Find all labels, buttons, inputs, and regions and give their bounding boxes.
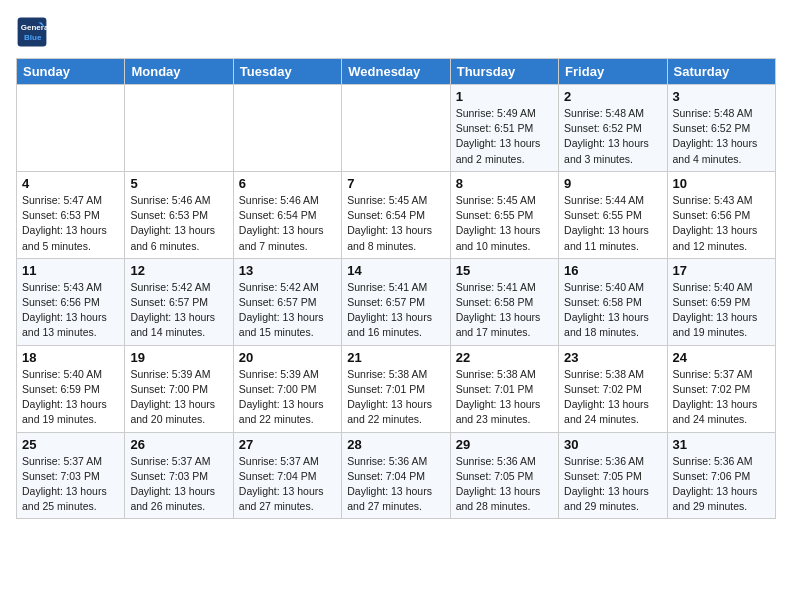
calendar-cell: 12Sunrise: 5:42 AM Sunset: 6:57 PM Dayli… <box>125 258 233 345</box>
weekday-header-saturday: Saturday <box>667 59 775 85</box>
day-info: Sunrise: 5:36 AM Sunset: 7:05 PM Dayligh… <box>456 454 553 515</box>
calendar-cell: 5Sunrise: 5:46 AM Sunset: 6:53 PM Daylig… <box>125 171 233 258</box>
calendar-cell: 25Sunrise: 5:37 AM Sunset: 7:03 PM Dayli… <box>17 432 125 519</box>
weekday-header-tuesday: Tuesday <box>233 59 341 85</box>
day-number: 24 <box>673 350 770 365</box>
day-number: 23 <box>564 350 661 365</box>
day-info: Sunrise: 5:38 AM Sunset: 7:01 PM Dayligh… <box>456 367 553 428</box>
calendar-cell: 24Sunrise: 5:37 AM Sunset: 7:02 PM Dayli… <box>667 345 775 432</box>
calendar-week-3: 11Sunrise: 5:43 AM Sunset: 6:56 PM Dayli… <box>17 258 776 345</box>
day-number: 28 <box>347 437 444 452</box>
page-header: General Blue <box>16 16 776 48</box>
day-info: Sunrise: 5:45 AM Sunset: 6:55 PM Dayligh… <box>456 193 553 254</box>
calendar-cell: 14Sunrise: 5:41 AM Sunset: 6:57 PM Dayli… <box>342 258 450 345</box>
calendar-cell: 7Sunrise: 5:45 AM Sunset: 6:54 PM Daylig… <box>342 171 450 258</box>
day-number: 27 <box>239 437 336 452</box>
calendar-cell <box>125 85 233 172</box>
calendar-cell: 22Sunrise: 5:38 AM Sunset: 7:01 PM Dayli… <box>450 345 558 432</box>
day-number: 12 <box>130 263 227 278</box>
day-info: Sunrise: 5:44 AM Sunset: 6:55 PM Dayligh… <box>564 193 661 254</box>
day-info: Sunrise: 5:40 AM Sunset: 6:59 PM Dayligh… <box>673 280 770 341</box>
day-number: 17 <box>673 263 770 278</box>
calendar-cell: 3Sunrise: 5:48 AM Sunset: 6:52 PM Daylig… <box>667 85 775 172</box>
day-number: 5 <box>130 176 227 191</box>
calendar-week-5: 25Sunrise: 5:37 AM Sunset: 7:03 PM Dayli… <box>17 432 776 519</box>
calendar-cell: 18Sunrise: 5:40 AM Sunset: 6:59 PM Dayli… <box>17 345 125 432</box>
day-info: Sunrise: 5:40 AM Sunset: 6:58 PM Dayligh… <box>564 280 661 341</box>
day-number: 29 <box>456 437 553 452</box>
day-number: 7 <box>347 176 444 191</box>
day-info: Sunrise: 5:45 AM Sunset: 6:54 PM Dayligh… <box>347 193 444 254</box>
calendar-cell: 15Sunrise: 5:41 AM Sunset: 6:58 PM Dayli… <box>450 258 558 345</box>
day-info: Sunrise: 5:36 AM Sunset: 7:06 PM Dayligh… <box>673 454 770 515</box>
day-number: 18 <box>22 350 119 365</box>
day-info: Sunrise: 5:49 AM Sunset: 6:51 PM Dayligh… <box>456 106 553 167</box>
day-info: Sunrise: 5:40 AM Sunset: 6:59 PM Dayligh… <box>22 367 119 428</box>
calendar-cell: 26Sunrise: 5:37 AM Sunset: 7:03 PM Dayli… <box>125 432 233 519</box>
day-number: 25 <box>22 437 119 452</box>
day-number: 1 <box>456 89 553 104</box>
day-info: Sunrise: 5:48 AM Sunset: 6:52 PM Dayligh… <box>673 106 770 167</box>
day-info: Sunrise: 5:41 AM Sunset: 6:57 PM Dayligh… <box>347 280 444 341</box>
day-number: 22 <box>456 350 553 365</box>
weekday-header-sunday: Sunday <box>17 59 125 85</box>
day-info: Sunrise: 5:39 AM Sunset: 7:00 PM Dayligh… <box>130 367 227 428</box>
day-info: Sunrise: 5:38 AM Sunset: 7:02 PM Dayligh… <box>564 367 661 428</box>
logo: General Blue <box>16 16 52 48</box>
calendar-cell: 1Sunrise: 5:49 AM Sunset: 6:51 PM Daylig… <box>450 85 558 172</box>
calendar-cell: 28Sunrise: 5:36 AM Sunset: 7:04 PM Dayli… <box>342 432 450 519</box>
day-info: Sunrise: 5:42 AM Sunset: 6:57 PM Dayligh… <box>239 280 336 341</box>
logo-icon: General Blue <box>16 16 48 48</box>
day-number: 6 <box>239 176 336 191</box>
day-number: 3 <box>673 89 770 104</box>
day-info: Sunrise: 5:46 AM Sunset: 6:53 PM Dayligh… <box>130 193 227 254</box>
calendar-cell: 21Sunrise: 5:38 AM Sunset: 7:01 PM Dayli… <box>342 345 450 432</box>
calendar-week-1: 1Sunrise: 5:49 AM Sunset: 6:51 PM Daylig… <box>17 85 776 172</box>
day-info: Sunrise: 5:37 AM Sunset: 7:03 PM Dayligh… <box>130 454 227 515</box>
calendar-cell: 11Sunrise: 5:43 AM Sunset: 6:56 PM Dayli… <box>17 258 125 345</box>
calendar-cell: 30Sunrise: 5:36 AM Sunset: 7:05 PM Dayli… <box>559 432 667 519</box>
day-number: 11 <box>22 263 119 278</box>
calendar-week-4: 18Sunrise: 5:40 AM Sunset: 6:59 PM Dayli… <box>17 345 776 432</box>
day-number: 10 <box>673 176 770 191</box>
calendar-cell <box>233 85 341 172</box>
day-info: Sunrise: 5:37 AM Sunset: 7:02 PM Dayligh… <box>673 367 770 428</box>
day-number: 30 <box>564 437 661 452</box>
day-number: 9 <box>564 176 661 191</box>
day-number: 8 <box>456 176 553 191</box>
day-number: 21 <box>347 350 444 365</box>
calendar-cell: 27Sunrise: 5:37 AM Sunset: 7:04 PM Dayli… <box>233 432 341 519</box>
calendar-cell: 8Sunrise: 5:45 AM Sunset: 6:55 PM Daylig… <box>450 171 558 258</box>
day-info: Sunrise: 5:38 AM Sunset: 7:01 PM Dayligh… <box>347 367 444 428</box>
day-info: Sunrise: 5:43 AM Sunset: 6:56 PM Dayligh… <box>673 193 770 254</box>
day-info: Sunrise: 5:36 AM Sunset: 7:05 PM Dayligh… <box>564 454 661 515</box>
calendar-cell: 4Sunrise: 5:47 AM Sunset: 6:53 PM Daylig… <box>17 171 125 258</box>
calendar-cell: 31Sunrise: 5:36 AM Sunset: 7:06 PM Dayli… <box>667 432 775 519</box>
day-number: 26 <box>130 437 227 452</box>
weekday-header-friday: Friday <box>559 59 667 85</box>
calendar-cell <box>342 85 450 172</box>
day-number: 2 <box>564 89 661 104</box>
day-info: Sunrise: 5:42 AM Sunset: 6:57 PM Dayligh… <box>130 280 227 341</box>
calendar-cell: 2Sunrise: 5:48 AM Sunset: 6:52 PM Daylig… <box>559 85 667 172</box>
weekday-header-monday: Monday <box>125 59 233 85</box>
day-info: Sunrise: 5:48 AM Sunset: 6:52 PM Dayligh… <box>564 106 661 167</box>
weekday-header-thursday: Thursday <box>450 59 558 85</box>
svg-text:General: General <box>21 23 48 32</box>
day-info: Sunrise: 5:36 AM Sunset: 7:04 PM Dayligh… <box>347 454 444 515</box>
day-info: Sunrise: 5:37 AM Sunset: 7:03 PM Dayligh… <box>22 454 119 515</box>
calendar-cell: 9Sunrise: 5:44 AM Sunset: 6:55 PM Daylig… <box>559 171 667 258</box>
day-info: Sunrise: 5:39 AM Sunset: 7:00 PM Dayligh… <box>239 367 336 428</box>
weekday-header-row: SundayMondayTuesdayWednesdayThursdayFrid… <box>17 59 776 85</box>
calendar-table: SundayMondayTuesdayWednesdayThursdayFrid… <box>16 58 776 519</box>
day-info: Sunrise: 5:41 AM Sunset: 6:58 PM Dayligh… <box>456 280 553 341</box>
day-info: Sunrise: 5:37 AM Sunset: 7:04 PM Dayligh… <box>239 454 336 515</box>
day-info: Sunrise: 5:47 AM Sunset: 6:53 PM Dayligh… <box>22 193 119 254</box>
calendar-cell: 19Sunrise: 5:39 AM Sunset: 7:00 PM Dayli… <box>125 345 233 432</box>
calendar-cell: 16Sunrise: 5:40 AM Sunset: 6:58 PM Dayli… <box>559 258 667 345</box>
calendar-cell <box>17 85 125 172</box>
day-number: 19 <box>130 350 227 365</box>
svg-text:Blue: Blue <box>24 33 42 42</box>
calendar-cell: 13Sunrise: 5:42 AM Sunset: 6:57 PM Dayli… <box>233 258 341 345</box>
calendar-cell: 29Sunrise: 5:36 AM Sunset: 7:05 PM Dayli… <box>450 432 558 519</box>
